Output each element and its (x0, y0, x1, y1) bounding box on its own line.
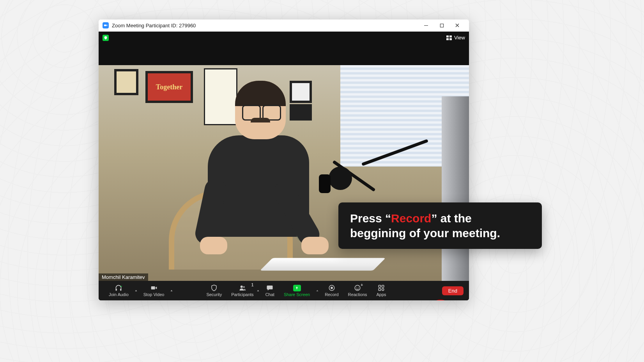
participant-avatar (184, 81, 325, 276)
chat-icon (266, 284, 274, 291)
svg-point-13 (356, 287, 357, 288)
end-label: End (448, 288, 457, 294)
security-button[interactable]: Security (202, 281, 226, 300)
zoom-window: Zoom Meeting Participant ID: 279960 View (99, 20, 469, 300)
stop-video-button[interactable]: Stop Video (139, 281, 169, 300)
meeting-topbar: View (99, 32, 469, 65)
tutorial-annotation: Press “Record” at the beggining of your … (338, 202, 542, 249)
svg-rect-6 (116, 289, 117, 291)
participant-name-label: Momchil Karamitev (99, 273, 148, 281)
svg-point-12 (355, 285, 360, 291)
bg-pop-filter (329, 167, 352, 190)
svg-rect-17 (379, 289, 380, 291)
video-options-chevron[interactable] (169, 281, 174, 300)
bg-microphone (319, 174, 331, 193)
annotation-prefix: Press “ (350, 212, 391, 225)
apps-icon (377, 284, 385, 291)
end-button[interactable]: End (442, 286, 464, 295)
window-titlebar: Zoom Meeting Participant ID: 279960 (99, 20, 469, 32)
svg-rect-3 (449, 35, 452, 37)
encryption-shield-icon[interactable] (103, 35, 109, 41)
share-options-chevron[interactable] (315, 281, 320, 300)
bg-keyboard (260, 258, 386, 271)
stop-video-label: Stop Video (143, 292, 165, 297)
reactions-button[interactable]: + Reactions (343, 281, 372, 300)
share-screen-icon (293, 284, 301, 291)
svg-rect-0 (424, 25, 428, 26)
svg-rect-5 (449, 38, 452, 40)
participants-button[interactable]: 1 Participants (226, 281, 255, 300)
svg-rect-15 (379, 285, 380, 287)
view-button[interactable]: View (446, 35, 465, 41)
svg-rect-7 (120, 289, 122, 291)
video-camera-icon (150, 284, 158, 291)
share-screen-label: Share Screen (284, 292, 310, 297)
svg-point-11 (331, 287, 333, 289)
chat-button[interactable]: Chat (261, 281, 279, 300)
grid-icon (446, 35, 452, 40)
svg-rect-4 (446, 38, 449, 40)
participants-label: Participants (231, 292, 253, 297)
svg-rect-2 (446, 35, 449, 37)
security-label: Security (206, 292, 222, 297)
svg-rect-1 (440, 24, 443, 27)
share-screen-button[interactable]: Share Screen (279, 281, 315, 300)
reactions-icon: + (354, 284, 361, 291)
record-button[interactable]: Record (320, 281, 343, 300)
apps-button[interactable]: Apps (372, 281, 391, 300)
svg-point-8 (241, 286, 243, 288)
svg-point-18 (382, 289, 384, 291)
meeting-content: View Momchil Kara (99, 32, 469, 300)
shield-icon (210, 284, 218, 291)
join-audio-button[interactable]: Join Audio (104, 281, 133, 300)
close-button[interactable] (449, 20, 465, 31)
participants-options-chevron[interactable] (255, 281, 261, 300)
participants-count: 1 (251, 282, 254, 287)
meeting-controls: Join Audio Stop Video Security (99, 281, 469, 300)
svg-rect-16 (382, 285, 384, 287)
window-title: Zoom Meeting Participant ID: 279960 (112, 23, 196, 28)
annotation-highlight: Record (391, 212, 431, 225)
bg-wall-frame (114, 69, 138, 95)
bg-monitor (442, 96, 469, 281)
view-label: View (454, 35, 465, 41)
audio-options-chevron[interactable] (133, 281, 139, 300)
svg-point-14 (358, 287, 359, 288)
chat-label: Chat (265, 292, 274, 297)
record-label: Record (325, 292, 338, 297)
zoom-app-icon (103, 22, 109, 28)
apps-label: Apps (377, 292, 386, 297)
headphones-icon (115, 284, 122, 291)
maximize-button[interactable] (434, 20, 449, 31)
participants-icon (239, 284, 246, 291)
minimize-button[interactable] (418, 20, 434, 31)
reactions-label: Reactions (348, 292, 367, 297)
record-icon (328, 284, 336, 291)
join-audio-label: Join Audio (109, 292, 129, 297)
svg-point-9 (243, 286, 245, 288)
